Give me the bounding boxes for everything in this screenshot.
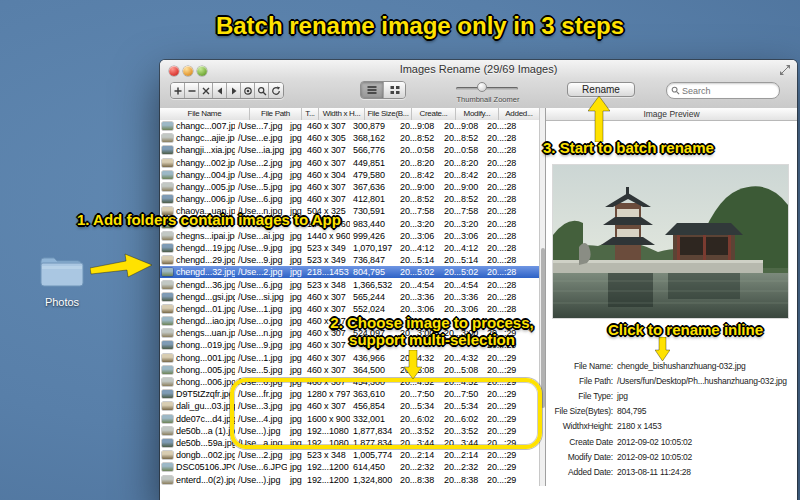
previous-button[interactable] xyxy=(213,83,227,98)
window-chrome: Images Rename (29/69 Images) xyxy=(160,60,797,109)
cell-modified: 20...3:06 xyxy=(441,230,484,242)
cell-modified: 20...5:02 xyxy=(441,266,484,278)
cell-added: 20...:29 xyxy=(484,352,525,364)
cell-created: 20...8:42 xyxy=(397,169,441,181)
cell-name: chengs...uan.jpg xyxy=(173,327,235,339)
column-header[interactable]: Width x H... xyxy=(319,108,365,120)
preview-field: Added Date:2013-08-11 11:24:28 xyxy=(546,464,797,479)
cell-name: chengd...32.jpg xyxy=(173,266,235,278)
search-field[interactable] xyxy=(666,82,780,99)
cell-dim: 523 x 349 xyxy=(304,242,350,254)
cell-created: 20...9:08 xyxy=(397,120,441,132)
thumbnail-zoomer-track[interactable] xyxy=(456,87,518,90)
cell-path: /Use...).jpg xyxy=(235,474,287,486)
cell-created: 20...2:32 xyxy=(397,461,441,473)
cell-type: jpg xyxy=(287,461,304,473)
preview-field: File Type:jpg xyxy=(546,388,797,403)
row-thumbnail xyxy=(162,439,173,447)
row-thumbnail xyxy=(162,427,173,435)
cell-dim: 523 x 349 xyxy=(304,254,350,266)
annotation-headline: Batch rename image only in 3 steps xyxy=(20,12,800,40)
row-thumbnail xyxy=(162,122,173,130)
table-row[interactable]: changy...002.jpg/Use...2.jpgjpg460 x 307… xyxy=(160,157,540,169)
cell-path: /Use...1.jpg xyxy=(235,352,287,364)
column-header[interactable]: File Path xyxy=(250,108,302,120)
cell-dim: 460 x 307 xyxy=(304,181,350,193)
column-header[interactable]: Create... xyxy=(412,108,456,120)
plus-icon xyxy=(173,86,183,96)
cell-name: changy...006.jpg xyxy=(173,193,235,205)
table-row[interactable]: changji...xia.jpg/Use...ia.jpgjpg460 x 3… xyxy=(160,144,540,156)
row-thumbnail xyxy=(162,159,173,167)
list-view-button[interactable] xyxy=(361,82,383,98)
delete-button[interactable] xyxy=(199,83,213,98)
next-button[interactable] xyxy=(227,83,241,98)
fullscreen-icon[interactable] xyxy=(779,64,791,76)
preview-field-value[interactable]: chengde_bishushanzhuang-032.jpg xyxy=(613,361,793,371)
thumbnail-zoomer-knob[interactable] xyxy=(477,82,487,92)
search-button[interactable] xyxy=(255,83,269,98)
minimize-window-button[interactable] xyxy=(183,66,193,76)
cell-type: jpg xyxy=(287,352,304,364)
table-row[interactable]: enterd...0(2).jpg/Use...).jpgjpg192...12… xyxy=(160,473,540,485)
preview-field: File Size(Bytes):804,795 xyxy=(546,404,797,419)
cell-type: jpg xyxy=(287,364,304,376)
refresh-button[interactable] xyxy=(269,83,283,98)
table-row[interactable]: changy...004.jpg/Use...4.jpgjpg460 x 304… xyxy=(160,169,540,181)
table-row[interactable]: chengd...19.jpg/Use...9.jpgjpg523 x 3491… xyxy=(160,242,540,254)
cell-name: chegns...ipai.jpg xyxy=(173,230,235,242)
table-row[interactable]: DSC05106.JPG/Use...6.JPGjpg192...1200614… xyxy=(160,461,540,473)
search-input[interactable] xyxy=(682,86,772,96)
thumbnail-zoomer-label: Thumbnail Zoomer xyxy=(448,95,528,104)
remove-button[interactable] xyxy=(185,83,199,98)
cell-name: chong...019.jpg xyxy=(173,339,235,351)
table-row[interactable]: changc...ajie.jpg/Use...e.jpgjpg460 x 30… xyxy=(160,132,540,144)
cell-size: 1,005,774 xyxy=(350,449,397,461)
rename-button[interactable]: Rename xyxy=(567,82,635,97)
zoom-window-button[interactable] xyxy=(197,66,207,76)
photos-folder[interactable]: Photos xyxy=(36,254,88,308)
preview-field-value: 2012-09-02 10:05:02 xyxy=(613,437,793,447)
preview-button[interactable] xyxy=(241,83,255,98)
row-thumbnail xyxy=(162,305,173,313)
cell-path: /Use...6.jpg xyxy=(235,193,287,205)
table-row[interactable]: chengd...36.jpg/Use...6.jpgjpg523 x 3481… xyxy=(160,278,540,290)
table-row[interactable]: chengd...gsi.jpg/Use...si.jpgjpg460 x 30… xyxy=(160,291,540,303)
table-row[interactable]: changy...006.jpg/Use...6.jpgjpg460 x 307… xyxy=(160,193,540,205)
close-window-button[interactable] xyxy=(169,66,179,76)
cell-type: jpg xyxy=(287,327,304,339)
table-row[interactable]: chengd...32.jpg/Use...2.jpgjpg218...1453… xyxy=(160,266,540,278)
column-header[interactable]: Added... xyxy=(499,108,540,120)
magnifier-icon xyxy=(257,86,267,96)
table-row[interactable]: chegns...ipai.jpg/Use...ai.jpgjpg1440 x … xyxy=(160,230,540,242)
table-row[interactable]: dongb...002.jpg/Use...2.jpgjpg523 x 3481… xyxy=(160,449,540,461)
table-row[interactable]: changy...005.jpg/Use...5.jpgjpg460 x 307… xyxy=(160,181,540,193)
cell-path: /Use...5.jpg xyxy=(235,364,287,376)
row-thumbnail xyxy=(162,451,173,459)
grid-view-button[interactable] xyxy=(383,82,405,98)
cell-added: 20...:28 xyxy=(484,132,525,144)
row-thumbnail xyxy=(162,268,173,276)
preview-field-label: File Name: xyxy=(546,361,613,371)
close-icon xyxy=(201,86,211,96)
table-row[interactable]: changc...007.jpg/Use...7.jpgjpg460 x 307… xyxy=(160,120,540,132)
cell-modified: 20...8:20 xyxy=(441,157,484,169)
cell-added: 20...:28 xyxy=(484,120,525,132)
table-row[interactable]: chong...005.jpg/Use...5.jpgjpg460 x 3073… xyxy=(160,364,540,376)
row-thumbnail xyxy=(162,341,173,349)
column-header[interactable]: File Size(B... xyxy=(365,108,412,120)
table-row[interactable]: chong...001.jpg/Use...1.jpgjpg460 x 3074… xyxy=(160,352,540,364)
cell-created: 20...4:12 xyxy=(397,242,441,254)
annotation-step1: 1. Add folders contain images to App xyxy=(77,211,341,228)
column-header[interactable]: T... xyxy=(302,108,319,120)
table-row[interactable]: chengd...29.jpg/Use...9.jpgjpg523 x 3497… xyxy=(160,254,540,266)
column-header[interactable]: Modify... xyxy=(456,108,499,120)
add-button[interactable] xyxy=(171,83,185,98)
column-header[interactable]: File Name xyxy=(160,108,250,120)
preview-field-value: 804,795 xyxy=(613,406,793,416)
row-thumbnail xyxy=(162,293,173,301)
cell-modified: 20...3:20 xyxy=(441,218,484,230)
row-thumbnail xyxy=(162,134,173,142)
preview-field-value: jpg xyxy=(613,391,793,401)
row-thumbnail xyxy=(162,366,173,374)
